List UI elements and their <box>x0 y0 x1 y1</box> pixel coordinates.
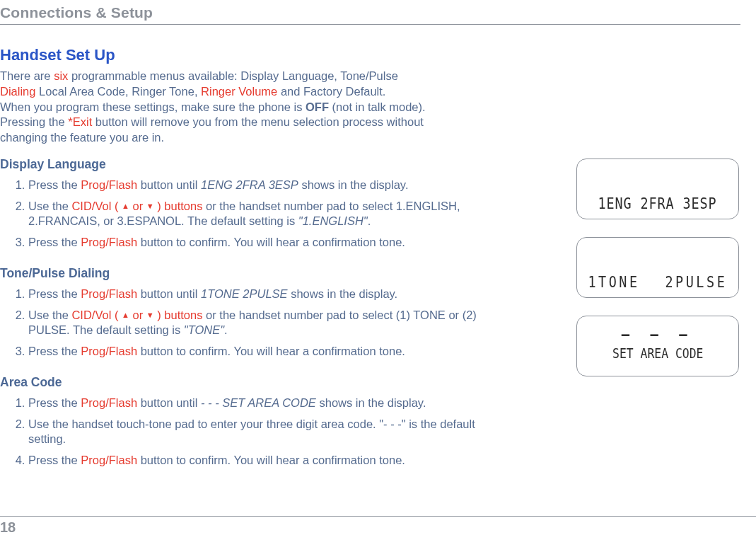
list-item: Use the handset touch-tone pad to enter … <box>28 417 499 454</box>
text: button until <box>137 178 201 191</box>
highlight-progflash: Prog/Flash <box>81 396 137 409</box>
highlight-progflash: Prog/Flash <box>81 178 137 191</box>
text: . <box>368 214 371 227</box>
lcd-text: – – – <box>622 326 694 343</box>
text: button will remove you from the menu sel… <box>92 115 424 128</box>
arrow-down-icon: ▼ <box>146 201 154 212</box>
text: programmable menus available: Display La… <box>68 69 398 82</box>
heading-handset-setup: Handset Set Up <box>0 46 499 64</box>
list-tone-pulse: Press the Prog/Flash button until 1TONE … <box>0 287 499 365</box>
text: Press the <box>28 178 81 191</box>
list-item: Press the Prog/Flash button to confirm. … <box>28 453 499 474</box>
text: (not in talk mode). <box>329 100 426 113</box>
list-item: Press the Prog/Flash button until 1ENG 2… <box>28 178 499 199</box>
text: Use the <box>28 200 71 212</box>
highlight-ringer-volume: Ringer Volume <box>201 85 277 98</box>
heading-display-language: Display Language <box>0 157 499 172</box>
arrow-up-icon: ▲ <box>122 310 129 321</box>
highlight-progflash: Prog/Flash <box>81 236 137 248</box>
intro-paragraph: There are six programmable menus availab… <box>0 69 499 146</box>
arrow-up-icon: ▲ <box>122 201 129 212</box>
highlight-progflash: Prog/Flash <box>81 345 137 357</box>
text: button to confirm. You will hear a confi… <box>137 236 405 248</box>
page-footer: 18 <box>0 516 756 536</box>
text: Local Area Code, Ringer Tone, <box>35 85 201 98</box>
text: There are <box>0 69 54 82</box>
list-area-code: Press the Prog/Flash button until - - - … <box>0 396 499 474</box>
text: When you program these settings, make su… <box>0 100 306 113</box>
text: button until <box>137 396 201 409</box>
lcd-text: SET AREA CODE <box>612 345 703 362</box>
text: Pressing the <box>0 115 68 128</box>
highlight-dialing: Dialing <box>0 85 35 98</box>
italic-text: "TONE" <box>184 323 224 336</box>
italic-text: 1TONE 2PULSE <box>201 287 288 300</box>
text-off: OFF <box>306 100 329 113</box>
highlight-progflash: Prog/Flash <box>81 454 137 466</box>
text: changing the feature you are in. <box>0 131 164 144</box>
list-item: Press the Prog/Flash button until 1TONE … <box>28 287 499 308</box>
italic-text: - - - SET AREA CODE <box>201 396 316 409</box>
text: Press the <box>28 287 81 300</box>
lcd-text: 1TONE 2PULSE <box>588 274 728 291</box>
list-display-language: Press the Prog/Flash button until 1ENG 2… <box>0 178 499 256</box>
list-item: Press the Prog/Flash button to confirm. … <box>28 344 499 365</box>
text: button to confirm. You will hear a confi… <box>137 454 405 466</box>
highlight-progflash: Prog/Flash <box>81 287 137 300</box>
highlight-cidvol: CID/Vol ( ▲ or ▼ ) buttons <box>71 309 202 321</box>
body-text: Handset Set Up There are six programmabl… <box>0 28 499 481</box>
highlight-six: six <box>54 69 68 82</box>
text: and Factory Default. <box>277 85 385 98</box>
arrow-down-icon: ▼ <box>146 310 154 321</box>
list-item: Press the Prog/Flash button until - - - … <box>28 396 499 417</box>
lcd-displays-column: 1ENG 2FRA 3ESP 1TONE 2PULSE – – – SET AR… <box>576 28 740 481</box>
lcd-display-language: 1ENG 2FRA 3ESP <box>576 159 739 219</box>
text: button to confirm. You will hear a confi… <box>137 345 405 357</box>
page-number: 18 <box>0 519 16 535</box>
text: Use the handset touch-tone pad to enter … <box>28 418 475 446</box>
text: Press the <box>28 396 81 409</box>
list-item: Press the Prog/Flash button to confirm. … <box>28 235 499 256</box>
list-item: Use the CID/Vol ( ▲ or ▼ ) buttons or th… <box>28 308 499 345</box>
list-item: Use the CID/Vol ( ▲ or ▼ ) buttons or th… <box>28 199 499 236</box>
highlight-exit: *Exit <box>68 115 92 128</box>
heading-area-code: Area Code <box>0 375 499 390</box>
heading-tone-pulse: Tone/Pulse Dialing <box>0 266 499 281</box>
italic-text: "1.ENGLISH" <box>298 214 368 227</box>
text: shows in the display. <box>298 178 409 191</box>
section-title: Connections & Setup <box>0 4 740 25</box>
text: Use the <box>28 309 71 321</box>
lcd-display-tonepulse: 1TONE 2PULSE <box>576 237 739 298</box>
text: shows in the display. <box>288 287 398 300</box>
text: Press the <box>28 454 81 466</box>
text: Press the <box>28 236 81 248</box>
text: Press the <box>28 345 81 357</box>
highlight-cidvol: CID/Vol ( ▲ or ▼ ) buttons <box>71 200 202 212</box>
lcd-text: 1ENG 2FRA 3ESP <box>598 195 717 212</box>
text: button until <box>137 287 201 300</box>
text: . <box>224 323 228 336</box>
italic-text: 1ENG 2FRA 3ESP <box>201 178 298 191</box>
lcd-display-areacode: – – – SET AREA CODE <box>576 316 739 376</box>
text: shows in the display. <box>316 396 426 409</box>
